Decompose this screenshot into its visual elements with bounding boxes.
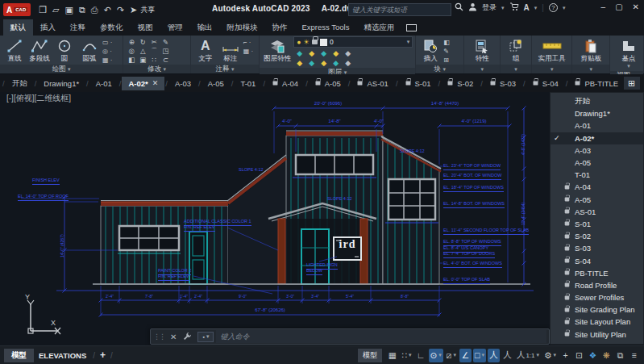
polyline-button[interactable]: 多段线 bbox=[27, 36, 52, 63]
text-button[interactable]: A文字 bbox=[193, 36, 218, 63]
file-tab-drawing1[interactable]: Drawing1* bbox=[37, 77, 85, 90]
save-as-icon[interactable]: ⧉ bbox=[79, 5, 85, 15]
ribbon-tab-3[interactable]: 参数化 bbox=[93, 19, 131, 36]
ribbon-tab-0[interactable]: 默认 bbox=[3, 19, 33, 36]
layer-tool-icon-6[interactable]: ◆ bbox=[305, 58, 318, 68]
command-line-bar[interactable]: ⋮⋮ ✕ ▪▾ 键入命令 bbox=[150, 328, 550, 345]
ribbon-tab-6[interactable]: 输出 bbox=[190, 19, 220, 36]
panel-label-utilities[interactable]: ▾ bbox=[532, 65, 571, 73]
mirror-icon[interactable]: △ bbox=[137, 47, 148, 56]
layer-tool-icon-0[interactable]: ◆ bbox=[293, 48, 305, 58]
graphics-performance-icon[interactable]: ❖ bbox=[587, 349, 599, 362]
scale-icon[interactable]: ▣ bbox=[137, 56, 148, 65]
command-prompt-icon[interactable]: ▪▾ bbox=[197, 332, 214, 342]
utilities-button[interactable]: 实用工具 bbox=[537, 36, 567, 63]
file-tab-a05[interactable]: A-05 bbox=[309, 77, 347, 90]
polar-tracking-icon[interactable]: ⊙▾ bbox=[429, 349, 443, 362]
clean-screen-icon[interactable]: ⧉ bbox=[614, 349, 626, 362]
panel-label-properties[interactable]: ▾ bbox=[464, 65, 500, 73]
explode-icon[interactable]: ◳ bbox=[160, 47, 171, 56]
isolate-objects-icon[interactable]: ⊡ bbox=[573, 349, 585, 362]
block-edit-icon[interactable]: ◧ bbox=[443, 38, 450, 47]
tab-menu-item-8[interactable]: A-05 bbox=[551, 194, 643, 206]
snap-mode-icon[interactable]: ∷▾ bbox=[400, 349, 413, 362]
close-icon[interactable]: ✕ bbox=[633, 2, 639, 11]
crosshair-icon[interactable]: + bbox=[559, 349, 571, 362]
file-tab-a04[interactable]: A-04 bbox=[266, 77, 305, 90]
file-tab-s04[interactable]: S-04 bbox=[526, 77, 565, 90]
tab-menu-item-13[interactable]: S-04 bbox=[551, 254, 643, 266]
panel-label-blocks[interactable]: 块 ▾ bbox=[416, 65, 463, 73]
tab-menu-item-7[interactable]: A-04 bbox=[551, 181, 643, 193]
tab-menu-item-14[interactable]: PB-TITLE bbox=[551, 267, 643, 279]
arc-button[interactable]: 圆弧 bbox=[77, 36, 102, 63]
viewport-controls[interactable]: [-][俯视][二维线框] bbox=[6, 95, 71, 101]
panel-label-annotate[interactable]: 注释 ▾ bbox=[191, 65, 259, 73]
model-space-button[interactable]: 模型 bbox=[358, 349, 382, 362]
tab-menu-item-17[interactable]: Site Grading Plan bbox=[551, 303, 643, 316]
layer-properties-button[interactable]: 图层特性 bbox=[262, 36, 293, 63]
ribbon-tab-10[interactable]: 精选应用 bbox=[356, 19, 401, 36]
minimize-icon[interactable]: – bbox=[601, 2, 606, 11]
layer-tool-icon-7[interactable]: ◆ bbox=[318, 58, 330, 68]
workspace-switching-icon[interactable]: ⚙▾ bbox=[542, 349, 558, 362]
layer-tool-icon-9[interactable]: ◆ bbox=[342, 58, 354, 68]
properties-button[interactable]: 特性 bbox=[470, 36, 494, 63]
table-icon[interactable]: ▦ · bbox=[243, 47, 253, 56]
fillet-icon[interactable]: ⌒ bbox=[148, 47, 160, 56]
file-tab-pbtitle[interactable]: PB-TITLE bbox=[568, 77, 625, 90]
copy-icon[interactable]: ◎ bbox=[126, 47, 137, 56]
clipboard-button[interactable]: 剪贴板 bbox=[579, 36, 603, 63]
trim-icon[interactable]: ✂ bbox=[148, 38, 160, 47]
move-icon[interactable]: ⊕ bbox=[126, 38, 137, 47]
layer-tool-icon-1[interactable]: ◆ bbox=[305, 48, 318, 58]
erase-icon[interactable]: ✎ bbox=[160, 38, 171, 47]
panel-label-draw[interactable]: 绘图 ▾ bbox=[0, 65, 123, 73]
leader-icon[interactable]: ⌐ · bbox=[243, 38, 253, 47]
layer-dropdown[interactable]: ● ☀ 0 ▾ bbox=[293, 36, 413, 48]
pan-hand-icon[interactable]: ❋ bbox=[600, 349, 613, 362]
tab-menu-item-15[interactable]: Road Profile bbox=[551, 279, 643, 291]
user-icon[interactable] bbox=[468, 2, 477, 13]
circle-button[interactable]: 圆 bbox=[52, 36, 77, 63]
ribbon-display-toggle[interactable] bbox=[406, 24, 417, 31]
tab-overflow-button[interactable]: ⊞ bbox=[624, 77, 640, 90]
search-icon[interactable] bbox=[455, 2, 463, 13]
ribbon-tab-9[interactable]: Express Tools bbox=[295, 19, 357, 36]
autocad-logo[interactable]: ACAD bbox=[3, 3, 31, 16]
share-button[interactable]: 共享 bbox=[140, 5, 155, 15]
stretch-icon[interactable]: ◧ bbox=[126, 56, 137, 65]
file-tab-s02[interactable]: S-02 bbox=[441, 77, 480, 90]
tab-menu-item-2[interactable]: A-01 bbox=[551, 119, 643, 132]
autoscale-icon[interactable]: 人 bbox=[501, 349, 513, 362]
file-tab-a05[interactable]: A-05 bbox=[202, 77, 231, 90]
close-tab-icon[interactable]: ✕ bbox=[152, 79, 159, 87]
panel-label-groups[interactable]: ▾ bbox=[501, 65, 531, 73]
autodesk-app-icon[interactable]: A bbox=[524, 3, 530, 12]
customization-menu-icon[interactable]: ≡ bbox=[628, 349, 640, 362]
close-icon[interactable]: ✕ bbox=[167, 333, 180, 341]
tab-menu-item-5[interactable]: A-05 bbox=[551, 157, 643, 169]
add-layout-button[interactable]: + bbox=[100, 349, 106, 361]
maximize-icon[interactable]: ▢ bbox=[615, 2, 622, 11]
ellipse-icon[interactable]: ◎ · bbox=[102, 47, 112, 56]
layer-tool-icon-4[interactable]: ◆ bbox=[342, 48, 354, 58]
block-create-icon[interactable]: ⊞ bbox=[443, 56, 450, 65]
chevron-down-icon[interactable]: ▾ bbox=[501, 5, 505, 11]
tab-menu-item-12[interactable]: S-03 bbox=[551, 242, 643, 254]
tab-menu-item-18[interactable]: Site Layout Plan bbox=[551, 316, 643, 328]
base-point-button[interactable]: 基点▾ bbox=[617, 36, 641, 71]
tab-menu-item-0[interactable]: 开始 bbox=[551, 95, 643, 107]
hatch-icon[interactable]: ▦ · bbox=[102, 56, 112, 65]
redo-icon[interactable]: ↷ bbox=[117, 5, 124, 15]
line-button[interactable]: 直线 bbox=[2, 36, 27, 63]
layer-tool-icon-8[interactable]: ◆ bbox=[330, 58, 342, 68]
panel-label-clipboard[interactable]: ▾ bbox=[572, 65, 609, 73]
tab-menu-item-1[interactable]: Drawing1* bbox=[551, 107, 643, 119]
layout-tab-elevations[interactable]: ELEVATIONS bbox=[39, 351, 86, 360]
tab-menu-item-4[interactable]: A-03 bbox=[551, 144, 643, 157]
rectangle-icon[interactable]: ▭ · bbox=[102, 38, 112, 47]
ribbon-tab-2[interactable]: 注释 bbox=[63, 19, 93, 36]
undo-icon[interactable]: ↶ bbox=[104, 5, 111, 15]
help-search-input[interactable]: 键入关键字或短语 bbox=[348, 3, 451, 16]
